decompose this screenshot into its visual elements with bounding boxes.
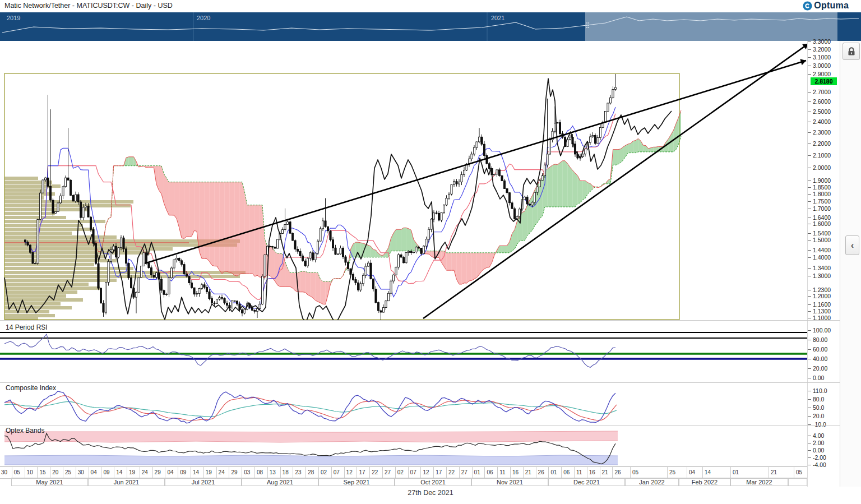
axis-tick [808, 57, 811, 58]
svg-text:2020: 2020 [197, 15, 210, 21]
day-tick-label: 21 [600, 467, 613, 478]
day-tick-label: 29 [229, 467, 242, 478]
month-label: Jun 2021 [88, 478, 165, 486]
rsi-panel[interactable] [0, 320, 807, 382]
day-tick-label: 14 [702, 467, 730, 478]
date-axis-months[interactable]: May 2021Jun 2021Jul 2021Aug 2021Sep 2021… [0, 478, 807, 487]
timeline-navigator[interactable]: 201920202021 [0, 12, 861, 41]
axis-tick [808, 268, 811, 269]
price-axis-label: 2.9000 [813, 71, 831, 77]
day-tick-label: 12 [344, 467, 357, 478]
navigator-sparkline-chart[interactable]: 201920202021 [0, 12, 861, 41]
day-tick-label: 13 [267, 467, 280, 478]
price-axis-label: 3.0000 [813, 62, 831, 69]
price-axis-label: 1.4000 [813, 254, 831, 261]
chevron-left-icon: ‹ [851, 241, 854, 250]
month-label: Feb 2022 [679, 478, 730, 486]
axis-tick [808, 311, 811, 312]
axis-tick [808, 49, 811, 50]
lock-button[interactable] [843, 43, 860, 60]
price-chart-panel[interactable] [0, 41, 807, 320]
price-axis-label: 1.1600 [813, 301, 831, 308]
axis-tick [808, 436, 811, 436]
price-axis-label: 1.7500 [813, 198, 831, 205]
price-chart-svg[interactable] [0, 41, 807, 320]
day-tick-label: 26 [536, 467, 549, 478]
day-tick-label: 09 [178, 467, 191, 478]
month-label: May 2021 [11, 478, 88, 486]
price-axis-label: 1.5400 [813, 230, 831, 237]
composite-axis-label: -10.0 [813, 421, 826, 428]
axis-tick [808, 465, 811, 465]
axis-tick [808, 112, 811, 112]
svg-text:2019: 2019 [7, 15, 20, 21]
axis-tick [808, 450, 811, 451]
price-axis[interactable]: 3.30003.20003.10003.00002.90002.70002.60… [807, 41, 840, 487]
price-axis-label: 2.3000 [813, 129, 831, 136]
composite-panel-label: Composite Index [6, 384, 56, 392]
day-tick-label: 06 [561, 467, 574, 478]
optex-axis-label: -2.00 [813, 454, 826, 461]
axis-tick [808, 349, 811, 350]
rsi-panel-svg[interactable] [0, 320, 807, 382]
day-tick-label: 10 [25, 467, 38, 478]
optuma-app-window: Matic Network/Tether - MATICUSDT:CW - Da… [0, 0, 861, 504]
axis-tick [808, 168, 811, 168]
axis-tick [808, 296, 811, 297]
optex-axis-label: 0.00 [813, 447, 824, 454]
price-axis-label: 2.0000 [813, 164, 831, 171]
chart-title: Matic Network/Tether - MATICUSDT:CW - Da… [4, 2, 173, 10]
date-axis-days[interactable]: 3005101520253004091419242904091419242903… [0, 466, 807, 479]
collapse-panel-button[interactable]: ‹ [845, 235, 859, 255]
axis-tick [808, 122, 811, 122]
day-tick-label: 22 [446, 467, 459, 478]
price-axis-label: 2.1000 [813, 152, 831, 159]
price-axis-label: 1.8000 [813, 191, 831, 197]
day-tick-label: 19 [127, 467, 140, 478]
lock-icon [847, 47, 856, 56]
day-tick-label: 30 [76, 467, 89, 478]
price-axis-label: 1.2000 [813, 293, 831, 299]
rsi-axis-label: 80.00 [813, 336, 827, 343]
rsi-axis-label: 60.00 [813, 346, 827, 353]
day-tick-label: 29 [152, 467, 165, 478]
day-tick-label: 16 [587, 467, 600, 478]
price-axis-label: 1.3000 [813, 272, 831, 279]
optuma-logo-icon [803, 1, 812, 11]
price-axis-label: 1.3400 [813, 265, 831, 271]
composite-index-panel[interactable] [0, 382, 807, 425]
composite-index-svg[interactable] [0, 382, 807, 425]
axis-tick [808, 330, 811, 331]
last-price-badge: 2.8180 [811, 77, 837, 85]
day-tick-label: 01 [548, 467, 561, 478]
price-axis-label: 2.6000 [813, 98, 831, 105]
day-tick-label: 30 [0, 467, 12, 478]
optex-axis-label: -4.00 [813, 461, 826, 468]
composite-axis-label: 50.0 [813, 404, 824, 411]
price-axis-label: 1.7000 [813, 205, 831, 212]
panel-divider [0, 425, 840, 426]
axis-tick [808, 368, 811, 369]
axis-tick [808, 233, 811, 234]
axis-tick [808, 224, 811, 224]
rsi-axis-label: 20.00 [813, 365, 827, 372]
day-tick-label: 23 [293, 467, 305, 478]
axis-tick [808, 391, 811, 391]
day-tick-label: 03 [242, 467, 254, 478]
axis-tick [808, 187, 811, 188]
optuma-logo-text: Optuma [814, 1, 849, 11]
day-tick-label: 05 [794, 467, 807, 478]
axis-tick [808, 194, 811, 195]
axis-tick [808, 181, 811, 181]
day-tick-label: 09 [101, 467, 114, 478]
day-tick-label: 16 [510, 467, 523, 478]
axis-tick [808, 399, 811, 400]
axis-tick [808, 359, 811, 359]
optex-bands-svg[interactable] [0, 425, 807, 466]
price-axis-label: 2.2000 [813, 140, 831, 147]
month-label [788, 478, 807, 486]
day-tick-label: 22 [369, 467, 382, 478]
price-axis-label: 1.1300 [813, 308, 831, 315]
optex-bands-panel[interactable] [0, 425, 807, 466]
month-label: Nov 2021 [471, 478, 548, 486]
